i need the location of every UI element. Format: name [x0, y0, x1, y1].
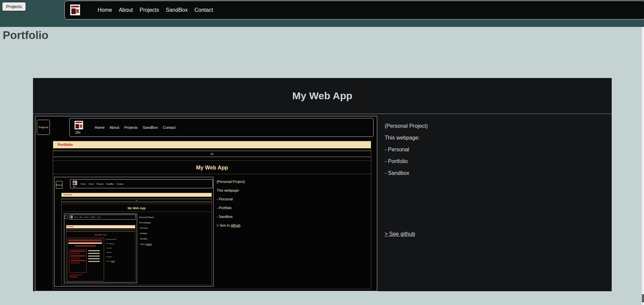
browser-viewport: Projects Home About Projects SandBox Con…	[0, 0, 644, 305]
page-scrollbar-track[interactable]	[642, 27, 644, 305]
screenshot-artifact	[69, 274, 83, 275]
screenshot-nav-link: Contact	[97, 217, 101, 218]
screenshot-nav-links: Home About Projects SandBox Contact	[95, 118, 175, 137]
nested-screenshot: DH Home About Projects SandBox Contact	[64, 214, 137, 283]
screenshot-content-frame: Portfolio -o- My Web App	[61, 193, 212, 285]
screenshot-artifact	[75, 245, 96, 247]
github-line-suffix: .	[152, 243, 152, 245]
github-line-prefix: > See in	[217, 223, 231, 227]
info-line: - Portfolio	[217, 206, 368, 210]
site-logo-image[interactable]	[70, 4, 80, 15]
screenshot-artifact	[70, 262, 80, 264]
screenshot-logo-label: DH	[75, 131, 80, 135]
screenshot-projects-button: Projects	[37, 120, 50, 135]
nav-link-about[interactable]: About	[119, 7, 133, 13]
screenshot-description: (Personal Project) This webpage: - Perso…	[106, 238, 135, 265]
screenshot-nav-link: SandBox	[143, 125, 158, 129]
github-line: > See in github.	[106, 260, 135, 262]
nav-link-projects[interactable]: Projects	[140, 7, 159, 13]
screenshot-logo-label: DH	[71, 218, 72, 219]
logo-art	[76, 9, 79, 13]
logo-art	[73, 182, 75, 184]
nested-screenshot: Projects DH Home About Projec	[54, 177, 214, 287]
info-line: - Portfolio	[385, 158, 611, 164]
logo-art	[72, 217, 72, 217]
logo-art	[75, 122, 82, 123]
screenshot-artifact	[70, 251, 85, 252]
screenshot-nav-link: Home	[95, 125, 104, 129]
main-nav: Home About Projects SandBox Contact	[64, 1, 644, 20]
page-scrollbar-thumb[interactable]	[642, 294, 644, 302]
screenshot-artifact	[69, 249, 87, 273]
screenshot-artifact	[88, 261, 100, 262]
nav-link-sandbox[interactable]: SandBox	[166, 7, 188, 13]
screenshot-artifact	[88, 258, 100, 259]
info-line: - Sandbox	[139, 238, 210, 240]
screenshot-artifact	[88, 250, 100, 251]
screenshot-projects-button	[65, 215, 68, 219]
card-title: My Web App	[33, 78, 612, 113]
nav-link-home[interactable]: Home	[98, 7, 112, 13]
screenshot-body: Projects DH Home About Projec	[53, 177, 371, 290]
screenshot-artifact	[70, 260, 85, 261]
info-line: This webpage:	[385, 135, 611, 141]
info-line: - Portfolio	[106, 252, 135, 253]
screenshot-body: DH Home About Projects SandBox Contact	[62, 214, 212, 285]
screenshot-nav-link: About	[109, 125, 119, 129]
screenshot-nav-link: Projects	[85, 217, 89, 218]
github-line-prefix: > See in	[139, 243, 147, 245]
screenshot-artifact	[88, 256, 100, 257]
screenshot-artifact	[70, 258, 80, 259]
screenshot-nav-link: Projects	[124, 125, 138, 129]
screenshot-nav: DH Home About Projects SandBox Contact	[70, 179, 213, 188]
screenshot-app-title: My Web App	[66, 233, 135, 237]
github-line-prefix: > See in	[106, 260, 111, 262]
screenshot-portfolio-bar: Portfolio	[66, 225, 135, 228]
nav-links: Home About Projects SandBox Contact	[98, 1, 213, 19]
info-line: - Personal	[385, 147, 611, 153]
github-link-text: github	[147, 243, 152, 245]
screenshot-body: (Personal Project) This webpage: - Perso…	[66, 238, 135, 282]
screenshot-nav-link: SandBox	[90, 217, 95, 218]
info-line: - Sandbox	[217, 215, 368, 219]
screenshot-nav-link: Home	[75, 217, 78, 218]
webapp-card: My Web App Projects DH Home About Projec…	[33, 78, 612, 291]
screenshot-nav: DH Home About Projects SandBox Contact	[69, 118, 374, 137]
screenshot-nav: DH Home About Projects SandBox Contact	[69, 215, 136, 220]
page-title: Portfolio	[3, 29, 49, 42]
info-line: (Personal Project)	[217, 180, 368, 184]
github-link-text: github	[111, 260, 115, 262]
screenshot-artifact	[68, 242, 102, 244]
github-line-suffix: .	[240, 223, 241, 227]
screenshot-content-frame: Portfolio My Web App	[66, 225, 135, 282]
screenshot-artifact	[88, 253, 100, 254]
card-header: My Web App	[33, 78, 612, 114]
screenshot-artifact	[70, 255, 85, 257]
screenshot-nav-link: Contact	[163, 125, 176, 129]
projects-button[interactable]: Projects	[2, 2, 26, 11]
project-description: (Personal Project) This webpage: - Perso…	[380, 116, 611, 291]
info-line: (Personal Project)	[385, 123, 611, 129]
nav-link-contact[interactable]: Contact	[194, 7, 213, 13]
screenshot-logo-label: DH	[73, 186, 75, 188]
screenshot-divider	[66, 230, 135, 232]
screenshot-divider: -o-	[53, 151, 371, 157]
screenshot-nav-link: About	[79, 217, 83, 218]
info-line: (Personal Project)	[139, 216, 210, 218]
project-screenshot: Projects DH Home About Projects SandBox …	[35, 116, 377, 291]
info-line: - Personal	[139, 227, 210, 229]
screenshot-divider: -o-	[62, 199, 212, 202]
github-link[interactable]: > See github	[385, 231, 415, 237]
info-line: This webpage:	[217, 189, 368, 192]
screenshot-artifact	[70, 253, 80, 254]
screenshot-nav-link: Projects	[97, 183, 103, 185]
screenshot-nav-links: Home About Projects SandBox Contact	[75, 215, 101, 219]
info-line: (Personal Project)	[106, 238, 135, 240]
screenshot-app-title: My Web App	[53, 160, 371, 174]
screenshot-portfolio-bar: Portfolio	[62, 193, 212, 197]
info-line: This webpage:	[139, 222, 210, 224]
logo-art	[71, 6, 79, 7]
screenshot-portfolio-bar: Portfolio	[53, 141, 371, 148]
screenshot-artifact	[69, 276, 78, 277]
screenshot-description: (Personal Project) This webpage: - Perso…	[217, 177, 368, 232]
